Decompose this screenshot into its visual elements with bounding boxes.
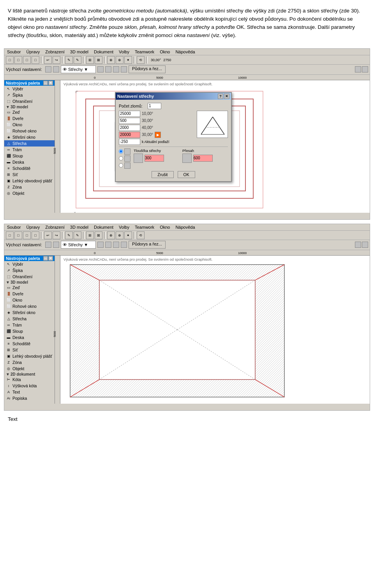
palette2-popiska[interactable]: Aı Popiska	[4, 395, 55, 401]
t2-btn-10[interactable]: ⊠	[95, 231, 102, 239]
palette-zona[interactable]: Z Zóna	[4, 184, 55, 190]
palette2-tram[interactable]: ═ Trám	[4, 322, 55, 328]
toolbar-btn-11[interactable]: ⊕	[107, 56, 115, 64]
menu-napoveda[interactable]: Nápověda	[174, 49, 196, 55]
menu-volby[interactable]: Volby	[118, 49, 131, 55]
palette2-deska[interactable]: ▬ Deska	[4, 334, 55, 341]
t2-btn-6[interactable]: ↪	[53, 231, 60, 239]
palette2-rohove-okno[interactable]: ⬜ Rohové okno	[4, 303, 55, 309]
toolbar2-icon-4[interactable]	[105, 66, 111, 72]
menu2-teamwork[interactable]: Teamwork	[134, 224, 155, 230]
t2-right-2[interactable]	[362, 242, 368, 248]
t2-right-1[interactable]	[355, 242, 361, 248]
t2-btn-3[interactable]: □	[23, 231, 31, 239]
palette2-vybr[interactable]: ↖ Výběr	[4, 261, 55, 267]
t2-icon-4[interactable]	[105, 242, 111, 248]
palette-schodiste[interactable]: ≡ Schodiště	[4, 165, 55, 171]
palette-zed[interactable]: ▭ Zeď	[4, 109, 55, 115]
menu-dokument[interactable]: Dokument	[93, 49, 115, 55]
toolbar-btn-2[interactable]: □	[14, 56, 22, 64]
palette-ohraniceni[interactable]: ⬚ Ohraničení	[4, 98, 55, 104]
strechy-dropdown[interactable]: 👁 Střechy ▼	[61, 65, 96, 73]
canvas-2[interactable]: Výuková verze ArchiCADu, není určena pro…	[60, 256, 370, 404]
toolbar-btn-8[interactable]: ✎	[74, 56, 81, 64]
palette2-objekt[interactable]: ◎ Objekt	[4, 366, 55, 372]
palette-strecha[interactable]: △ Střecha	[4, 140, 55, 147]
menu-soubor[interactable]: Soubor	[6, 49, 22, 55]
palette-objekt[interactable]: ◎ Objekt	[4, 190, 55, 196]
input-val-4[interactable]	[119, 132, 140, 138]
radio-3[interactable]	[119, 163, 123, 168]
toolbar-btn-7[interactable]: ✎	[65, 56, 73, 64]
menu2-upravy[interactable]: Úpravy	[25, 224, 41, 230]
toolbar-btn-13[interactable]: ✦	[124, 56, 132, 64]
toolbar-btn-5[interactable]: ↩	[44, 56, 52, 64]
toolbar-btn-10[interactable]: ⊠	[95, 56, 102, 64]
toolbar-btn-9[interactable]: ⊞	[86, 56, 94, 64]
input-val-5[interactable]	[119, 139, 140, 145]
t2-btn-7[interactable]: ✎	[65, 231, 73, 239]
menu-okno[interactable]: Okno	[159, 49, 171, 55]
toolbar-btn-6[interactable]: ↪	[53, 56, 60, 64]
arrow-btn[interactable]: ▶	[155, 132, 161, 138]
toolbar2-icon-3[interactable]	[97, 66, 104, 72]
palette-minimize-btn[interactable]: ─	[43, 81, 48, 85]
palette-stresni-okno[interactable]: ◈ Střešní okno	[4, 134, 55, 140]
cancel-button[interactable]: Zrušit	[152, 171, 173, 178]
toolbar2-icon-1[interactable]	[45, 66, 51, 72]
input-val-3[interactable]	[119, 125, 140, 131]
menu-upravy[interactable]: Úpravy	[25, 49, 41, 55]
palette-close-btn[interactable]: ✕	[48, 81, 53, 85]
menu2-okno[interactable]: Okno	[159, 224, 171, 230]
menu-3dmodel[interactable]: 3D model	[69, 49, 90, 55]
palette2-minimize-btn[interactable]: ─	[43, 256, 48, 261]
palette2-zed[interactable]: ▭ Zeď	[4, 284, 55, 291]
palette-deska[interactable]: ▬ Deska	[4, 159, 55, 165]
palette2-sloup[interactable]: ⬛ Sloup	[4, 328, 55, 334]
menu2-3dmodel[interactable]: 3D model	[69, 224, 90, 230]
palette-tram[interactable]: ═ Trám	[4, 147, 55, 153]
palette2-schodiste[interactable]: ≡ Schodiště	[4, 341, 55, 347]
input-val-1[interactable]	[119, 111, 140, 117]
toolbar2-right-2[interactable]	[362, 66, 368, 72]
t2-btn-13[interactable]: ✦	[124, 231, 132, 239]
toolbar-btn-4[interactable]: □	[32, 56, 39, 64]
pudorys2-rez-button[interactable]: Půdorys a řez...	[129, 241, 166, 249]
palette2-close-btn[interactable]: ✕	[48, 256, 53, 261]
toolbar2-icon-5[interactable]	[113, 66, 119, 72]
palette-sloup[interactable]: ⬛ Sloup	[4, 153, 55, 159]
palette2-stresni-okno[interactable]: ◈ Střešní okno	[4, 309, 55, 316]
strechy2-dropdown[interactable]: 👁 Střechy ▼	[61, 241, 96, 249]
palette-vybr[interactable]: ↖ Výběr	[4, 86, 55, 92]
dialog-help-btn[interactable]: ?	[218, 94, 223, 99]
tloust-input[interactable]	[145, 155, 164, 162]
menu2-volby[interactable]: Volby	[118, 224, 131, 230]
palette-rohove-okno[interactable]: ⬜ Rohové okno	[4, 128, 55, 134]
toolbar-btn-3[interactable]: □	[23, 56, 31, 64]
t2-icon-3[interactable]	[97, 242, 104, 248]
palette2-kota[interactable]: ⊢ Kóta	[4, 376, 55, 383]
toolbar2-icon-6[interactable]	[121, 66, 127, 72]
palette-okno[interactable]: ⬜ Okno	[4, 122, 55, 128]
palette2-okno[interactable]: ⬜ Okno	[4, 297, 55, 303]
menu-zobrazeni[interactable]: Zobrazení	[44, 49, 66, 55]
toolbar-btn-1[interactable]: □	[6, 56, 14, 64]
t2-icon-2[interactable]	[53, 242, 59, 248]
t2-btn-11[interactable]: ⊕	[107, 231, 115, 239]
palette2-zona[interactable]: Z Zóna	[4, 359, 55, 366]
t2-btn-12[interactable]: ⊕	[116, 231, 123, 239]
pudorys-rez-button[interactable]: Půdorys a řez...	[129, 65, 166, 73]
palette2-lehky[interactable]: ▣ Lehký obvodový plášť	[4, 353, 55, 359]
ok-button[interactable]: OK	[178, 171, 195, 178]
menu2-zobrazeni[interactable]: Zobrazení	[44, 224, 66, 230]
canvas-1[interactable]: Výuková verze ArchiCADu, není určena pro…	[60, 80, 370, 213]
t2-btn-1[interactable]: □	[6, 231, 14, 239]
t2-btn-5[interactable]: ↩	[44, 231, 52, 239]
presah-input[interactable]	[193, 155, 213, 162]
palette-dvere[interactable]: 🚪 Dveře	[4, 115, 55, 122]
toolbar-btn-12[interactable]: ⊕	[116, 56, 123, 64]
t2-btn-14[interactable]: ⟲	[137, 231, 145, 239]
radio-1[interactable]	[119, 149, 123, 154]
t2-btn-4[interactable]: □	[32, 231, 39, 239]
menu2-dokument[interactable]: Dokument	[93, 224, 115, 230]
